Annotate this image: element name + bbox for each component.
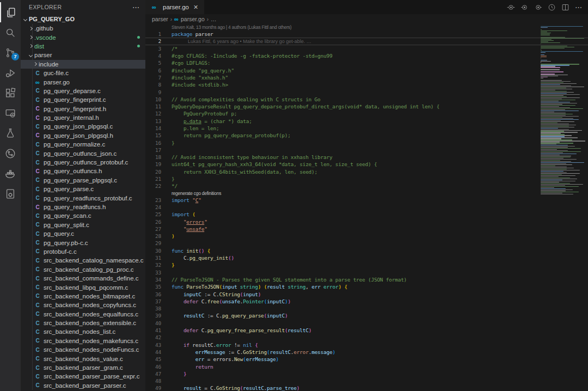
code-line-26[interactable]: 26 "errors" — [145, 218, 588, 225]
code-line-12[interactable]: 12 PgQueryProtobuf p; — [145, 110, 588, 117]
tree-file-src_backend_nodes_equalfuncs.c[interactable]: Csrc_backend_nodes_equalfuncs.c — [21, 310, 145, 319]
codelens-cgo[interactable]: regenerate cgo definitions — [145, 190, 588, 197]
code-line-16[interactable]: 16} — [145, 139, 588, 146]
tree-file-pg_query_parse_plpgsql.c[interactable]: Cpg_query_parse_plpgsql.c — [21, 176, 145, 185]
code-line-24[interactable]: 24 — [145, 204, 588, 211]
code-line-36[interactable]: 36 inputC := C.CString(input) — [145, 290, 588, 297]
source-control-icon[interactable]: 7 — [0, 42, 21, 63]
tree-file-pg_query_outfuncs_protobuf.c[interactable]: Cpg_query_outfuncs_protobuf.c — [21, 158, 145, 167]
code-line-3[interactable]: 3/* — [145, 45, 588, 52]
search-icon[interactable] — [0, 22, 21, 42]
code-line-48[interactable]: 48 — [145, 377, 588, 384]
tree-file-pg_query_json_plpgsql.h[interactable]: Cpg_query_json_plpgsql.h — [21, 131, 145, 140]
tree-file-pg_query_json_plpgsql.c[interactable]: Cpg_query_json_plpgsql.c — [21, 122, 145, 131]
code-line-44[interactable]: 44 errMessage := C.GoString(resultC.erro… — [145, 349, 588, 356]
remote-explorer-icon[interactable] — [0, 103, 21, 123]
testing-icon[interactable] — [0, 123, 21, 143]
code-line-2[interactable]: 2Lukas Fittl, 6 years ago • Make the lib… — [145, 38, 588, 45]
tree-file-src_backend_parser_parser.c[interactable]: Csrc_backend_parser_parser.c — [21, 381, 145, 390]
tree-file-pg_query_deparse.c[interactable]: Cpg_query_deparse.c — [21, 87, 145, 95]
code-line-38[interactable]: 38 — [145, 305, 588, 312]
code-line-21[interactable]: 21} — [145, 175, 588, 182]
tree-file-src_backend_nodes_value.c[interactable]: Csrc_backend_nodes_value.c — [21, 354, 145, 363]
breadcrumb-folder[interactable]: parser — [152, 16, 168, 22]
code-line-29[interactable]: 29 — [145, 240, 588, 247]
tree-file-src_backend_catalog_namespace.c[interactable]: Csrc_backend_catalog_namespace.c — [21, 256, 145, 265]
tree-file-pg_query.c[interactable]: Cpg_query.c — [21, 229, 145, 238]
codelens-blame[interactable]: Steven Kalt, 13 months ago | 4 authors (… — [145, 24, 588, 30]
tree-folder-.github[interactable]: .github — [21, 24, 145, 33]
code-line-10[interactable]: 10// Avoid complexities dealing with C s… — [145, 96, 588, 103]
code-line-42[interactable]: 42 — [145, 334, 588, 341]
tree-file-src_backend_libpq_pqcomm.c[interactable]: Csrc_backend_libpq_pqcomm.c — [21, 283, 145, 291]
code-line-43[interactable]: 43 if resultC.error != nil { — [145, 341, 588, 348]
code-line-28[interactable]: 28) — [145, 233, 588, 240]
code-line-20[interactable]: 20 return XXH3_64bits_withSeed(data, len… — [145, 168, 588, 175]
tree-file-src_backend_parser_parse_expr.c[interactable]: Csrc_backend_parser_parse_expr.c — [21, 372, 145, 381]
code-line-41[interactable]: 41 defer C.pg_query_free_parse_result(re… — [145, 327, 588, 334]
code-line-17[interactable]: 17 — [145, 146, 588, 154]
open-changes-next-icon[interactable] — [534, 3, 542, 11]
code-line-49[interactable]: 49 result = C.GoString(resultC.parse_tre… — [145, 384, 588, 391]
tree-file-protobuf-c.c[interactable]: Cprotobuf-c.c — [21, 247, 145, 256]
tree-file-src_backend_catalog_pg_proc.c[interactable]: Csrc_backend_catalog_pg_proc.c — [21, 265, 145, 274]
open-changes-prev-icon[interactable] — [507, 3, 515, 11]
tree-file-src_backend_nodes_nodeFuncs.c[interactable]: Csrc_backend_nodes_nodeFuncs.c — [21, 345, 145, 354]
code-line-40[interactable]: 40 — [145, 320, 588, 327]
tree-file-src_backend_nodes_bitmapset.c[interactable]: Csrc_backend_nodes_bitmapset.c — [21, 292, 145, 301]
code-line-7[interactable]: 7#include "xxhash.h" — [145, 74, 588, 81]
project-root-folder[interactable]: PG_QUERY_GO — [21, 14, 145, 24]
code-line-46[interactable]: 46 return — [145, 363, 588, 370]
code-line-22[interactable]: 22*/ — [145, 182, 588, 190]
tree-file-pg_query_parse.c[interactable]: Cpg_query_parse.c — [21, 185, 145, 193]
file-history-icon[interactable] — [548, 3, 556, 11]
code-line-1[interactable]: 1package parser — [145, 30, 588, 38]
code-line-9[interactable]: 9 — [145, 88, 588, 95]
open-changes-icon[interactable] — [520, 3, 529, 11]
breadcrumb-symbol[interactable]: … — [211, 16, 217, 22]
code-line-34[interactable]: 34// ParseToJSON - Parses the given SQL … — [145, 276, 588, 283]
tree-file-pg_query_split.c[interactable]: Cpg_query_split.c — [21, 221, 145, 229]
minimap[interactable] — [541, 26, 587, 391]
git-graph-icon[interactable] — [0, 143, 21, 163]
code-line-23[interactable]: 23import "C" — [145, 197, 588, 204]
tree-file-pg_query_internal.h[interactable]: Cpg_query_internal.h — [21, 113, 145, 122]
tree-folder-.vscode[interactable]: .vscode — [21, 33, 145, 41]
run-and-debug-icon[interactable] — [0, 63, 21, 83]
code-editor[interactable]: Steven Kalt, 13 months ago | 4 authors (… — [145, 24, 588, 391]
tree-file-src_backend_nodes_extensible.c[interactable]: Csrc_backend_nodes_extensible.c — [21, 319, 145, 327]
tree-folder-parser[interactable]: parser — [21, 51, 145, 59]
code-line-45[interactable]: 45 err = errors.New(errMessage) — [145, 356, 588, 363]
code-line-13[interactable]: 13 p.data = (char *) data; — [145, 118, 588, 125]
code-line-5[interactable]: 5#cgo LDFLAGS: — [145, 59, 588, 66]
code-line-15[interactable]: 15 return pg_query_deparse_protobuf(p); — [145, 132, 588, 139]
code-line-18[interactable]: 18// Avoid inconsistent type behaviour i… — [145, 154, 588, 161]
tree-file-src_backend_parser_gram.c[interactable]: Csrc_backend_parser_gram.c — [21, 363, 145, 372]
code-line-33[interactable]: 33 — [145, 269, 588, 276]
code-line-37[interactable]: 37 defer C.free(unsafe.Pointer(inputC)) — [145, 298, 588, 305]
tree-file-pg_query_readfuncs_protobuf.c[interactable]: Cpg_query_readfuncs_protobuf.c — [21, 193, 145, 202]
settings-file-icon[interactable] — [0, 184, 21, 204]
editor-more-actions-icon[interactable]: ⋯ — [575, 3, 583, 11]
tree-file-pg_query_fingerprint.c[interactable]: Cpg_query_fingerprint.c — [21, 95, 145, 104]
code-line-39[interactable]: 39 resultC := C.pg_query_parse(inputC) — [145, 312, 588, 319]
close-tab-icon[interactable]: ✕ — [192, 3, 200, 12]
code-line-25[interactable]: 25import ( — [145, 211, 588, 218]
tree-file-guc-file.c[interactable]: Cguc-file.c — [21, 69, 145, 77]
tree-folder-include[interactable]: include — [21, 60, 145, 69]
tree-file-pg_query_outfuncs.h[interactable]: Cpg_query_outfuncs.h — [21, 167, 145, 175]
code-line-11[interactable]: 11PgQueryDeparseResult pg_query_deparse_… — [145, 103, 588, 110]
code-line-19[interactable]: 19uint64_t pg_query_hash_xxh3_64(void *d… — [145, 161, 588, 168]
tree-file-pg_query_normalize.c[interactable]: Cpg_query_normalize.c — [21, 140, 145, 149]
docker-icon[interactable] — [0, 163, 21, 184]
code-line-31[interactable]: 31 C.pg_query_init() — [145, 254, 588, 261]
code-line-6[interactable]: 6#include "pg_query.h" — [145, 66, 588, 74]
tree-file-src_backend_nodes_copyfuncs.c[interactable]: Csrc_backend_nodes_copyfuncs.c — [21, 301, 145, 309]
tree-folder-dist[interactable]: dist — [21, 42, 145, 51]
tree-file-pg_query_fingerprint.h[interactable]: Cpg_query_fingerprint.h — [21, 105, 145, 113]
code-line-4[interactable]: 4#cgo CFLAGS: -Iinclude -g -fstack-prote… — [145, 52, 588, 59]
code-line-8[interactable]: 8#include <stdlib.h> — [145, 81, 588, 88]
code-line-32[interactable]: 32} — [145, 261, 588, 268]
tree-file-pg_query.pb-c.c[interactable]: Cpg_query.pb-c.c — [21, 238, 145, 247]
code-line-27[interactable]: 27 "unsafe" — [145, 225, 588, 233]
